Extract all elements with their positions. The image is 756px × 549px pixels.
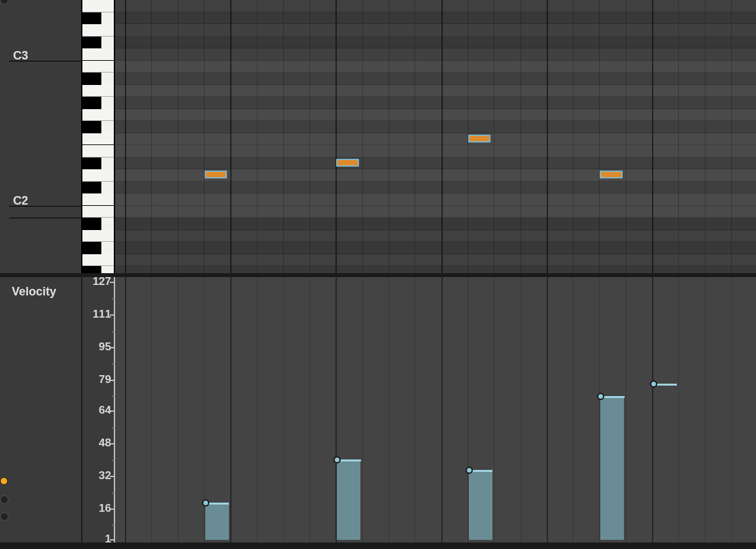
grid-line — [731, 0, 732, 273]
note-row[interactable] — [115, 85, 756, 97]
grid-line — [309, 277, 310, 542]
piano-key[interactable] — [82, 85, 114, 97]
note-row[interactable] — [115, 193, 756, 206]
velocity-indicator-icon[interactable] — [0, 477, 8, 485]
piano-key[interactable] — [82, 133, 114, 146]
note-row[interactable] — [115, 97, 756, 109]
grid-line — [599, 277, 600, 542]
velocity-tick-label: 111 — [93, 308, 111, 321]
piano-key[interactable] — [82, 12, 101, 25]
grid-line — [230, 0, 232, 273]
velocity-marker-handle[interactable] — [466, 467, 473, 474]
grid-line — [573, 277, 574, 542]
velocity-grid[interactable] — [115, 277, 756, 542]
grid-line — [573, 0, 574, 273]
note-row[interactable] — [115, 182, 756, 194]
grid-line — [151, 0, 152, 273]
velocity-bar[interactable] — [205, 503, 229, 540]
piano-key[interactable] — [82, 206, 114, 218]
grid-line — [362, 277, 363, 542]
piano-key[interactable] — [82, 61, 114, 73]
midi-note[interactable] — [336, 159, 358, 167]
velocity-lane-title: Velocity — [12, 285, 56, 299]
piano-key[interactable] — [82, 145, 114, 158]
grid-line — [731, 277, 732, 542]
grid-line — [204, 0, 205, 273]
grid-line — [547, 277, 548, 542]
midi-note[interactable] — [468, 135, 490, 142]
note-row[interactable] — [115, 24, 756, 37]
grid-line — [388, 0, 389, 273]
piano-key[interactable] — [82, 121, 101, 133]
grid-line — [178, 0, 179, 273]
grid-line — [678, 277, 679, 542]
note-row[interactable] — [115, 61, 756, 73]
piano-key[interactable] — [82, 254, 114, 267]
grid-line — [415, 277, 415, 542]
grid-line — [283, 0, 284, 273]
grid-line — [626, 0, 627, 273]
piano-key[interactable] — [82, 73, 101, 85]
piano-key[interactable] — [82, 24, 114, 37]
piano-key[interactable] — [82, 242, 101, 254]
octave-label: C2 — [13, 194, 28, 208]
piano-key[interactable] — [82, 109, 114, 122]
velocity-bar[interactable] — [469, 471, 492, 540]
piano-roll: C3C2 — [0, 0, 756, 273]
grid-line — [415, 0, 415, 273]
note-row[interactable] — [115, 12, 756, 25]
piano-key[interactable] — [82, 182, 101, 194]
lane-toggle-button[interactable] — [0, 495, 9, 504]
grid-line — [441, 277, 443, 542]
piano-key[interactable] — [82, 230, 114, 242]
note-row[interactable] — [115, 109, 756, 122]
grid-line — [652, 277, 653, 542]
grid-line — [521, 0, 521, 273]
grid-line — [125, 0, 126, 273]
velocity-marker-handle[interactable] — [650, 380, 657, 388]
piano-key[interactable] — [82, 0, 114, 12]
velocity-bar[interactable] — [337, 460, 360, 540]
piano-key[interactable] — [82, 37, 101, 49]
piano-key[interactable] — [82, 48, 114, 61]
velocity-bar[interactable] — [600, 397, 624, 540]
grid-line — [257, 277, 258, 542]
midi-note[interactable] — [205, 171, 227, 178]
note-row[interactable] — [115, 254, 756, 267]
piano-key[interactable] — [82, 158, 101, 170]
note-row[interactable] — [115, 48, 756, 61]
piano-key[interactable] — [82, 169, 114, 182]
note-row[interactable] — [115, 133, 756, 146]
grid-line — [335, 0, 337, 273]
midi-note[interactable] — [600, 171, 622, 178]
note-row[interactable] — [115, 158, 756, 170]
note-row[interactable] — [115, 37, 756, 49]
velocity-tick-label: 127 — [93, 275, 111, 288]
piano-key[interactable] — [82, 193, 114, 206]
fold-button-icon[interactable] — [0, 0, 9, 5]
grid-line — [705, 277, 706, 542]
piano-key[interactable] — [82, 97, 101, 109]
grid-line — [283, 277, 284, 542]
grid-line — [547, 0, 548, 273]
piano-keyboard[interactable] — [81, 0, 115, 273]
note-row[interactable] — [115, 242, 756, 254]
note-row[interactable] — [115, 218, 756, 230]
grid-line — [388, 277, 389, 542]
note-row[interactable] — [115, 230, 756, 242]
note-row[interactable] — [115, 0, 756, 12]
grid-line — [652, 0, 653, 273]
grid-line — [599, 0, 600, 273]
note-row[interactable] — [115, 121, 756, 133]
grid-line — [441, 0, 443, 273]
velocity-lane: Velocity 1271119579644832161 — [0, 273, 756, 542]
note-grid[interactable] — [115, 0, 756, 273]
lane-toggle-button[interactable] — [0, 512, 9, 521]
grid-line — [521, 277, 521, 542]
note-row[interactable] — [115, 145, 756, 158]
note-row[interactable] — [115, 73, 756, 85]
note-row[interactable] — [115, 206, 756, 218]
velocity-marker-handle[interactable] — [202, 499, 209, 507]
note-row[interactable] — [115, 266, 756, 273]
piano-key[interactable] — [82, 218, 101, 230]
